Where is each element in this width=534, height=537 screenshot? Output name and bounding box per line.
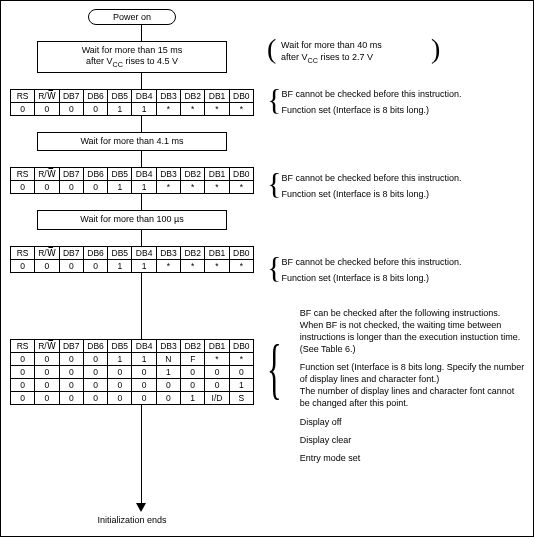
col-header: DB1 (205, 168, 229, 181)
bit-cell: 0 (181, 378, 205, 391)
bit-cell: * (181, 103, 205, 116)
col-header: DB1 (205, 246, 229, 259)
paren-left-icon (267, 39, 281, 59)
bit-cell: 0 (59, 259, 83, 272)
col-header: R/W̅ (35, 339, 59, 352)
col-header: R/W̅ (35, 168, 59, 181)
table-row: 0000000001 (11, 378, 254, 391)
col-header: DB2 (181, 339, 205, 352)
bit-cell: 0 (35, 391, 59, 404)
bit-cell: 1 (132, 103, 156, 116)
col-header: RS (11, 90, 35, 103)
bit-cell: * (156, 103, 180, 116)
col-header: RS (11, 168, 35, 181)
note-block-2: BF cannot be checked before this instruc… (267, 172, 525, 200)
col-header: DB0 (229, 90, 253, 103)
col-header: R/W̅ (35, 246, 59, 259)
bit-cell: 0 (229, 365, 253, 378)
note-text: BF cannot be checked before this instruc… (281, 88, 461, 116)
bit-cell: 0 (181, 365, 205, 378)
bit-cell: * (181, 259, 205, 272)
bit-cell: 0 (83, 352, 107, 365)
table-row: 000011NF** (11, 352, 254, 365)
bit-cell: 0 (156, 391, 180, 404)
col-header: DB0 (229, 339, 253, 352)
instruction-table-final: RSR/W̅DB7DB6DB5DB4DB3DB2DB1DB0 000011NF*… (10, 339, 254, 405)
col-header: R/W̅ (35, 90, 59, 103)
bit-cell: 0 (11, 378, 35, 391)
bit-cell: 0 (83, 103, 107, 116)
bit-cell: 0 (108, 365, 132, 378)
bit-cell: 0 (35, 103, 59, 116)
bit-cell: 0 (108, 378, 132, 391)
col-header: DB6 (83, 168, 107, 181)
note-text: BF cannot be checked before this instruc… (281, 256, 461, 284)
bit-cell: * (229, 181, 253, 194)
bit-cell: 0 (11, 259, 35, 272)
bit-cell: 0 (35, 378, 59, 391)
bit-cell: 1 (132, 352, 156, 365)
col-header: DB5 (108, 339, 132, 352)
col-header: DB6 (83, 339, 107, 352)
col-header: DB4 (132, 339, 156, 352)
bit-cell: 1 (181, 391, 205, 404)
flow-column: Power on Wait for more than 15 ms after … (9, 9, 255, 405)
col-header: DB7 (59, 339, 83, 352)
bit-cell: S (229, 391, 253, 404)
brace-icon (267, 88, 281, 109)
col-header: DB2 (181, 246, 205, 259)
brace-icon (267, 347, 282, 389)
bit-cell: I/D (205, 391, 229, 404)
table-row: 0000001000 (11, 365, 254, 378)
col-header: DB4 (132, 90, 156, 103)
instruction-table-3: RSR/W̅DB7DB6DB5DB4DB3DB2DB1DB0 000011***… (10, 246, 254, 273)
col-header: DB6 (83, 90, 107, 103)
bit-cell: * (181, 181, 205, 194)
table-header-row: RSR/W̅DB7DB6DB5DB4DB3DB2DB1DB0 (11, 168, 254, 181)
bit-cell: 0 (132, 391, 156, 404)
col-header: RS (11, 246, 35, 259)
note-block-final: BF can be checked after the following in… (267, 307, 525, 465)
wait-15ms-box: Wait for more than 15 ms after VCC rises… (37, 41, 227, 73)
col-header: DB6 (83, 246, 107, 259)
col-header: DB2 (181, 168, 205, 181)
bit-cell: 1 (108, 352, 132, 365)
bit-cell: 0 (35, 259, 59, 272)
bit-cell: 0 (35, 352, 59, 365)
alt-wait-note: Wait for more than 40 ms after VCC rises… (267, 39, 525, 66)
bit-cell: * (205, 352, 229, 365)
instruction-table-2: RSR/W̅DB7DB6DB5DB4DB3DB2DB1DB0 000011***… (10, 167, 254, 194)
col-header: DB1 (205, 339, 229, 352)
col-header: DB5 (108, 246, 132, 259)
col-header: DB3 (156, 90, 180, 103)
wait-4-1ms-box: Wait for more than 4.1 ms (37, 132, 227, 151)
bit-cell: 0 (35, 181, 59, 194)
alt-wait-text: Wait for more than 40 ms after VCC rises… (281, 39, 431, 66)
col-header: DB7 (59, 90, 83, 103)
col-header: DB7 (59, 246, 83, 259)
bit-cell: 0 (59, 181, 83, 194)
bit-cell: * (229, 352, 253, 365)
annotation-column: Wait for more than 40 ms after VCC rises… (267, 9, 525, 464)
bit-cell: * (229, 259, 253, 272)
col-header: DB1 (205, 90, 229, 103)
bit-cell: 0 (11, 103, 35, 116)
table-row: 000011**** (11, 259, 254, 272)
bit-cell: 0 (59, 378, 83, 391)
note-block-3: BF cannot be checked before this instruc… (267, 256, 525, 284)
bit-cell: N (156, 352, 180, 365)
col-header: DB4 (132, 168, 156, 181)
bit-cell: 0 (59, 352, 83, 365)
bit-cell: 0 (205, 365, 229, 378)
wait-15ms-line1: Wait for more than 15 ms (82, 45, 183, 55)
wait-100us-box: Wait for more than 100 µs (37, 210, 227, 229)
diagram-frame: Power on Wait for more than 15 ms after … (0, 0, 534, 537)
bit-cell: 0 (108, 391, 132, 404)
bit-cell: 0 (205, 378, 229, 391)
flow-arrowhead (136, 503, 146, 512)
col-header: RS (11, 339, 35, 352)
col-header: DB0 (229, 168, 253, 181)
bit-cell: 0 (83, 259, 107, 272)
table-header-row: RSR/W̅DB7DB6DB5DB4DB3DB2DB1DB0 (11, 339, 254, 352)
bit-cell: 1 (156, 365, 180, 378)
